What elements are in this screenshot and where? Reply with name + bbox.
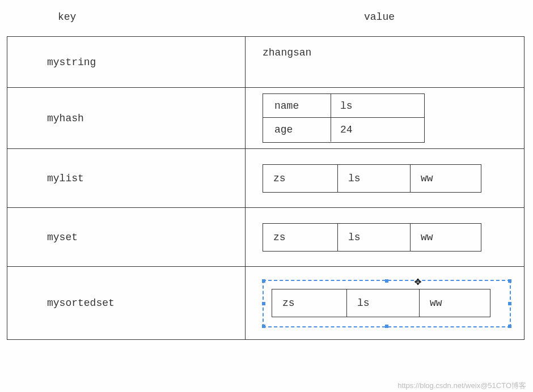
header-labels: key value [7, 7, 526, 36]
key-cell-mystring: mystring [7, 37, 246, 87]
resize-handle-tr[interactable] [508, 279, 511, 283]
table-row: myset zs ls ww [7, 208, 524, 267]
resize-handle-br[interactable] [508, 325, 511, 328]
header-label-value: value [245, 11, 526, 23]
set-item: ww [411, 224, 481, 251]
hash-table: name ls age 24 [263, 93, 425, 143]
list-table: zs ls ww [263, 164, 481, 193]
header-label-key: key [7, 11, 245, 23]
table-row: myhash name ls age 24 [7, 88, 524, 149]
hash-field-key: age [263, 118, 331, 142]
resize-handle-ml[interactable] [262, 302, 265, 305]
key-cell-mylist: mylist [7, 149, 246, 207]
table-row: mylist zs ls ww [7, 149, 524, 208]
table-row: mystring zhangsan [7, 37, 524, 88]
hash-field-value: 24 [331, 118, 424, 142]
key-cell-myset: myset [7, 208, 246, 266]
resize-handle-mr[interactable] [508, 302, 511, 305]
hash-row: age 24 [263, 118, 424, 142]
value-cell-mysortedset: ✥ zs ls ww [246, 267, 524, 339]
kv-table: mystring zhangsan myhash name ls age 24 … [7, 36, 524, 340]
table-row: mysortedset ✥ zs ls ww [7, 267, 524, 339]
value-cell-mylist: zs ls ww [246, 149, 524, 207]
hash-row: name ls [263, 94, 424, 118]
resize-handle-tm[interactable] [385, 279, 388, 283]
string-value: zhangsan [263, 47, 311, 58]
selection-wrap[interactable]: ✥ zs ls ww [263, 280, 506, 326]
hash-field-value: ls [331, 94, 424, 117]
value-cell-myhash: name ls age 24 [246, 88, 524, 148]
watermark: https://blog.csdn.net/weix@51CTO博客 [397, 381, 526, 391]
resize-handle-bl[interactable] [262, 325, 265, 328]
resize-handle-bm[interactable] [385, 325, 388, 328]
list-item: ls [338, 165, 411, 192]
selection-box[interactable] [263, 280, 511, 327]
value-cell-mystring: zhangsan [246, 37, 524, 87]
list-item: zs [263, 165, 338, 192]
list-item: ww [411, 165, 481, 192]
key-cell-mysortedset: mysortedset [7, 267, 246, 339]
hash-field-key: name [263, 94, 331, 117]
value-cell-myset: zs ls ww [246, 208, 524, 266]
set-item: zs [263, 224, 338, 251]
key-cell-myhash: myhash [7, 88, 246, 148]
set-item: ls [338, 224, 411, 251]
set-table: zs ls ww [263, 223, 481, 252]
resize-handle-tl[interactable] [262, 279, 265, 283]
